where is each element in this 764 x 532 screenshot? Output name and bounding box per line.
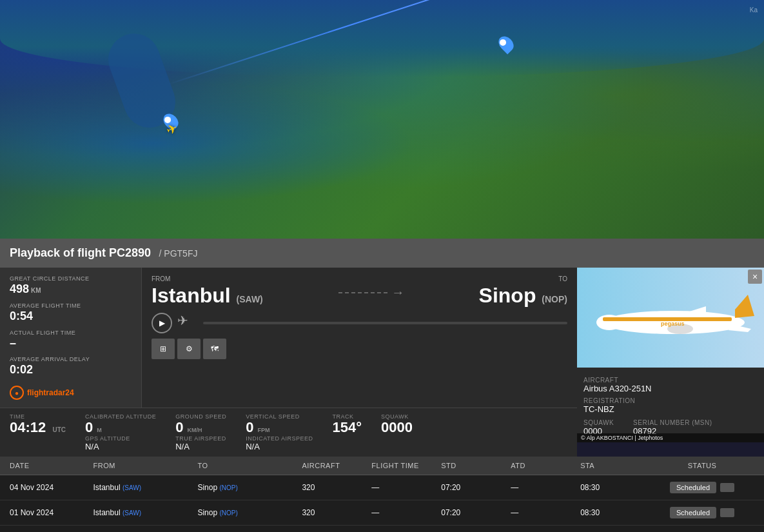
from-label: FROM	[152, 275, 263, 282]
col-status: STATUS	[650, 462, 754, 469]
row2-std: 07:20	[441, 508, 511, 517]
map-watermark: Ka	[750, 6, 758, 14]
actual-flight-label: ACTUAL FLIGHT TIME	[10, 330, 132, 336]
cal-alt-value: 0 M	[85, 420, 156, 435]
row1-status: Scheduled	[650, 482, 754, 493]
col-from: FROM	[93, 462, 198, 469]
gps-alt-label: GPS ALTITUDE	[85, 435, 156, 442]
row1-date: 04 Nov 2024	[10, 483, 93, 492]
squawk-label: SQUAWK	[583, 419, 614, 426]
col-date: DATE	[10, 462, 93, 469]
time-value: 04:12 UTC	[10, 420, 66, 435]
photo-caption: © Alp AKBOSTANCI | Jetphotos	[577, 433, 764, 442]
track-metric: TRACK 154°	[333, 413, 362, 451]
from-code: (SAW)	[237, 294, 263, 304]
plane-button[interactable]: ✈	[177, 313, 198, 333]
svg-text:pegasus: pegasus	[661, 320, 685, 327]
indicated-airspeed-label: INDICATED AIRSPEED	[246, 435, 313, 442]
vertical-speed-metric: VERTICAL SPEED 0 FPM INDICATED AIRSPEED …	[246, 413, 313, 451]
avg-flight-value: 0:54	[10, 310, 132, 323]
row1-from: Istanbul (SAW)	[93, 483, 198, 492]
actual-flight-value: –	[10, 337, 132, 350]
squawk-metric-value: 0000	[381, 420, 413, 435]
registration-value: TC-NBZ	[583, 404, 758, 414]
logo-icon: ●	[10, 386, 24, 400]
col-to: TO	[197, 462, 302, 469]
cal-altitude-metric: CALIBRATED ALTITUDE 0 M GPS ALTITUDE N/A	[85, 413, 156, 451]
registration-label: REGISTRATION	[583, 397, 758, 404]
true-airspeed-value: N/A	[175, 442, 226, 451]
row2-aircraft: 320	[302, 508, 371, 517]
row2-sta: 08:30	[580, 508, 650, 517]
flight-map: ✈ Ka	[0, 0, 764, 239]
left-stats-panel: GREAT CIRCLE DISTANCE 498KM AVERAGE FLIG…	[0, 268, 142, 408]
to-label: TO	[479, 275, 567, 282]
row1-std: 07:20	[441, 483, 511, 492]
metrics-row: TIME 04:12 UTC CALIBRATED ALTITUDE 0 M G…	[0, 408, 577, 457]
aircraft-details: AIRCRAFT Airbus A320-251N REGISTRATION T…	[577, 368, 764, 442]
row1-to: Sinop (NOP)	[197, 483, 302, 492]
svg-point-5	[596, 315, 622, 330]
vertical-speed-value: 0 FPM	[246, 420, 313, 435]
aircraft-photo: pegasus	[577, 268, 764, 368]
flight-id: / PGT5FJ	[159, 248, 198, 259]
flights-table: DATE FROM TO AIRCRAFT FLIGHT TIME STD AT…	[0, 457, 764, 532]
indicated-airspeed-value: N/A	[246, 442, 313, 451]
true-airspeed-label: TRUE AIRSPEED	[175, 435, 226, 442]
ground-speed-value: 0 KM/H	[175, 420, 226, 435]
gps-alt-value: N/A	[85, 442, 156, 451]
row1-status-badge: Scheduled	[670, 482, 716, 493]
aircraft-photo-panel: pegasus © Alp AKBOSTANCI | Jetphotos × A…	[577, 268, 764, 442]
play-button[interactable]: ▶	[152, 313, 172, 333]
aircraft-type-value: Airbus A320-251N	[583, 384, 758, 393]
from-city: Istanbul (SAW)	[152, 284, 263, 308]
col-atd: ATD	[511, 462, 580, 469]
row2-status: Scheduled	[650, 507, 754, 518]
avg-flight-label: AVERAGE FLIGHT TIME	[10, 302, 132, 309]
flightradar-logo: ● flightradar24	[10, 386, 132, 400]
map-control-buttons: ⊞ ⚙ 🗺	[152, 339, 567, 359]
map-expand-button[interactable]: ⊞	[152, 339, 175, 359]
table-row: 28 Oct 2024 Istanbul (SAW) Sinop (NOP) A…	[0, 526, 764, 532]
flight-route-panel: FROM Istanbul (SAW) → TO	[142, 268, 577, 408]
row2-to: Sinop (NOP)	[197, 508, 302, 517]
aircraft-type-label: AIRCRAFT	[583, 377, 758, 384]
great-circle-label: GREAT CIRCLE DISTANCE	[10, 275, 132, 282]
col-aircraft: AIRCRAFT	[302, 462, 371, 469]
route-arrow: →	[337, 275, 404, 300]
row2-from: Istanbul (SAW)	[93, 508, 198, 517]
to-code: (NOP)	[542, 294, 567, 304]
track-value: 154°	[333, 420, 362, 435]
row1-flight-time: —	[371, 483, 441, 492]
row2-date: 01 Nov 2024	[10, 508, 93, 517]
playback-header: Playback of flight PC2890 / PGT5FJ	[0, 239, 764, 268]
avg-arrival-label: AVERAGE ARRIVAL DELAY	[10, 356, 132, 362]
col-sta: STA	[580, 462, 650, 469]
playback-controls: ▶ ✈	[152, 313, 567, 333]
great-circle-value: 498KM	[10, 283, 132, 296]
row2-flight-time: —	[371, 508, 441, 517]
to-city: Sinop (NOP)	[479, 284, 567, 308]
row2-status-badge: Scheduled	[670, 507, 716, 518]
table-header: DATE FROM TO AIRCRAFT FLIGHT TIME STD AT…	[0, 457, 764, 475]
close-photo-button[interactable]: ×	[748, 270, 762, 284]
row1-sta: 08:30	[580, 483, 650, 492]
row1-aircraft: 320	[302, 483, 371, 492]
col-flight-time: FLIGHT TIME	[371, 462, 441, 469]
squawk-metric: SQUAWK 0000	[381, 413, 413, 451]
progress-bar[interactable]	[203, 322, 567, 324]
row1-atd: —	[511, 483, 580, 492]
serial-label: SERIAL NUMBER (MSN)	[633, 419, 712, 426]
table-row: 04 Nov 2024 Istanbul (SAW) Sinop (NOP) 3…	[0, 475, 764, 500]
map-settings-button[interactable]: ⚙	[177, 339, 201, 359]
page-title: Playback of flight PC2890	[10, 246, 151, 259]
table-row: 01 Nov 2024 Istanbul (SAW) Sinop (NOP) 3…	[0, 500, 764, 526]
map-terrain-button[interactable]: 🗺	[203, 339, 226, 359]
col-std: STD	[441, 462, 511, 469]
time-metric: TIME 04:12 UTC	[10, 413, 66, 451]
ground-speed-metric: GROUND SPEED 0 KM/H TRUE AIRSPEED N/A	[175, 413, 226, 451]
avg-arrival-value: 0:02	[10, 364, 132, 377]
row2-atd: —	[511, 508, 580, 517]
